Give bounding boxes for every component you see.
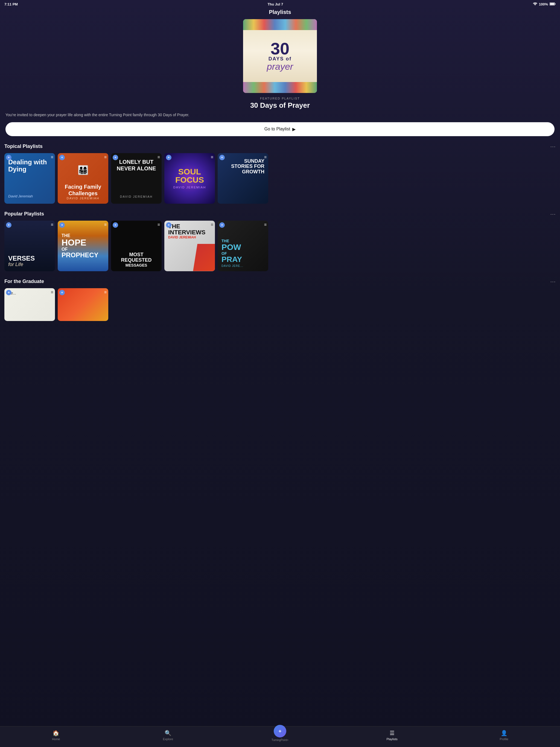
- list-item[interactable]: + ≡ Dealing with Dying David Jeremiah: [4, 153, 55, 204]
- card-author: DAVID JEREMIAH: [61, 197, 104, 200]
- list-item[interactable]: + ≡ 👨‍👩‍👧‍👦 Facing Family Challenges DAV…: [58, 153, 108, 204]
- bottom-navigation: 🏠 Home 🔍 Explore + TurningPoint+ ☰ Playl…: [0, 726, 560, 747]
- add-to-playlist-icon[interactable]: +: [6, 155, 11, 160]
- list-item[interactable]: + ≡ SOUL FOCUS DAVID JEREMIAH: [164, 153, 215, 204]
- grad-card-content: the...: [4, 288, 55, 321]
- list-item[interactable]: + ≡ THE HOPE OF PROPHECY: [58, 221, 108, 271]
- nav-item-turningpoint[interactable]: + TurningPoint+: [224, 729, 336, 742]
- svg-rect-3: [555, 4, 555, 5]
- card-author: DAVID JEREMIAH: [168, 186, 211, 189]
- card-title: SOUL: [168, 168, 211, 176]
- go-to-playlist-button[interactable]: Go to Playlist ▶: [5, 122, 555, 136]
- card-author: DAVID JEREMIAH: [115, 195, 158, 198]
- card-menu-icon[interactable]: ≡: [51, 155, 53, 160]
- svg-rect-2: [550, 3, 554, 5]
- nav-item-home[interactable]: 🏠 Home: [0, 730, 112, 741]
- card-title: HOPE: [61, 238, 104, 247]
- add-to-playlist-icon[interactable]: +: [219, 222, 225, 228]
- graduate-playlist-row: + ≡ the... + ≡: [0, 287, 560, 325]
- card-subtitle: MESSAGES: [115, 263, 158, 267]
- list-item[interactable]: + ≡: [58, 288, 108, 321]
- topical-more-button[interactable]: ⋯: [550, 143, 556, 150]
- card-title: LONELY BUT NEVER ALONE: [115, 159, 158, 172]
- topical-section-title: Topical Playlists: [4, 144, 43, 149]
- graduate-more-button[interactable]: ⋯: [550, 278, 556, 285]
- card-menu-icon[interactable]: ≡: [104, 155, 107, 160]
- card-title: VERSES: [8, 255, 51, 262]
- nav-item-playlists[interactable]: ☰ Playlists: [336, 730, 448, 741]
- go-to-playlist-label: Go to Playlist: [264, 127, 290, 131]
- topical-playlist-row: + ≡ Dealing with Dying David Jeremiah + …: [0, 152, 560, 208]
- card-menu-icon[interactable]: ≡: [157, 222, 160, 227]
- nav-item-profile[interactable]: 👤 Profile: [448, 730, 560, 741]
- card-menu-icon[interactable]: ≡: [51, 222, 53, 227]
- search-icon: 🔍: [164, 730, 172, 736]
- grad-card-text: the...: [8, 291, 52, 295]
- nav-explore-label: Explore: [163, 738, 173, 741]
- list-item[interactable]: + ≡ SUNDAY STORIES FOR GROWTH: [218, 153, 268, 204]
- card-menu-icon[interactable]: ≡: [264, 222, 266, 227]
- add-to-playlist-icon[interactable]: +: [6, 290, 11, 295]
- list-item[interactable]: + ≡ THE POW OF PRAY DAVID JERE...: [218, 221, 268, 271]
- card-author: DAVID JERE...: [222, 264, 264, 267]
- status-day: Thu Jul 7: [268, 2, 283, 6]
- popular-section-title: Popular Playlists: [4, 211, 44, 217]
- featured-image-days: DAYS of: [267, 56, 293, 61]
- playlists-icon: ☰: [390, 730, 394, 736]
- card-subtitle: PROPHECY: [61, 252, 104, 258]
- list-item[interactable]: + ≡ THE INTERVIEWS DAVID JEREMIAH: [164, 221, 215, 271]
- turningpoint-plus-icon: +: [274, 725, 286, 738]
- card-menu-icon[interactable]: ≡: [104, 222, 107, 227]
- featured-title: 30 Days of Prayer: [250, 101, 310, 110]
- add-to-playlist-icon[interactable]: +: [166, 222, 172, 228]
- featured-label: FEATURED PLAYLIST: [260, 97, 300, 100]
- nav-item-explore[interactable]: 🔍 Explore: [112, 730, 224, 741]
- card-title: THE INTERVIEWS: [168, 223, 211, 235]
- featured-image-prayer: prayer: [267, 62, 293, 71]
- card-menu-icon[interactable]: ≡: [211, 222, 213, 227]
- topical-section-header: Topical Playlists ⋯: [0, 140, 560, 152]
- list-item[interactable]: + ≡ the...: [4, 288, 55, 321]
- battery-icon: [550, 2, 556, 6]
- graduate-section-title: For the Graduate: [4, 279, 44, 284]
- card-menu-icon[interactable]: ≡: [51, 290, 53, 295]
- list-item[interactable]: + ≡ MOST REQUESTED MESSAGES: [111, 221, 161, 271]
- add-to-playlist-icon[interactable]: +: [166, 155, 172, 160]
- popular-more-button[interactable]: ⋯: [550, 211, 556, 217]
- featured-playlist-image[interactable]: 30 DAYS of prayer: [243, 19, 317, 93]
- family-silhouette-icon: 👨‍👩‍👧‍👦: [78, 165, 88, 175]
- status-right: 100%: [533, 2, 556, 6]
- add-to-playlist-icon[interactable]: +: [6, 222, 11, 228]
- card-subtitle: FOCUS: [168, 176, 211, 184]
- add-to-playlist-icon[interactable]: +: [59, 290, 65, 295]
- arrow-icon: ▶: [292, 127, 296, 132]
- card-title: SUNDAY STORIES FOR GROWTH: [222, 159, 264, 175]
- card-menu-icon[interactable]: ≡: [104, 290, 107, 295]
- nav-home-label: Home: [52, 738, 60, 741]
- svg-point-0: [535, 5, 535, 5]
- card-title: MOST REQUESTED: [115, 252, 158, 263]
- featured-text-area: 30 DAYS of prayer: [243, 30, 317, 82]
- list-item[interactable]: + ≡ LONELY BUT NEVER ALONE DAVID JEREMIA…: [111, 153, 161, 204]
- list-item[interactable]: + ≡ VERSES for Life: [4, 221, 55, 271]
- card-menu-icon[interactable]: ≡: [157, 155, 160, 160]
- card-menu-icon[interactable]: ≡: [264, 155, 266, 160]
- status-bar: 7:11 PM Thu Jul 7 100%: [0, 0, 560, 7]
- home-icon: 🏠: [52, 730, 59, 736]
- add-to-playlist-icon[interactable]: +: [219, 155, 225, 160]
- add-to-playlist-icon[interactable]: +: [59, 155, 65, 160]
- card-menu-icon[interactable]: ≡: [211, 155, 213, 160]
- popular-playlist-row: + ≡ VERSES for Life + ≡ THE HOPE OF PROP…: [0, 220, 560, 276]
- page-title: Playlists: [0, 7, 560, 19]
- add-to-playlist-icon[interactable]: +: [59, 222, 65, 228]
- card-subtitle: for Life: [8, 262, 51, 267]
- speaker-image: [193, 244, 215, 271]
- add-to-playlist-icon[interactable]: +: [113, 222, 118, 228]
- featured-section: 30 DAYS of prayer FEATURED PLAYLIST 30 D…: [0, 19, 560, 140]
- stained-glass-bottom: [243, 82, 317, 93]
- stained-glass-top: [243, 19, 317, 30]
- featured-description: You're invited to deepen your prayer lif…: [5, 112, 555, 118]
- add-to-playlist-icon[interactable]: +: [113, 155, 118, 160]
- card-author: David Jeremiah: [8, 194, 51, 198]
- nav-playlists-label: Playlists: [386, 738, 397, 741]
